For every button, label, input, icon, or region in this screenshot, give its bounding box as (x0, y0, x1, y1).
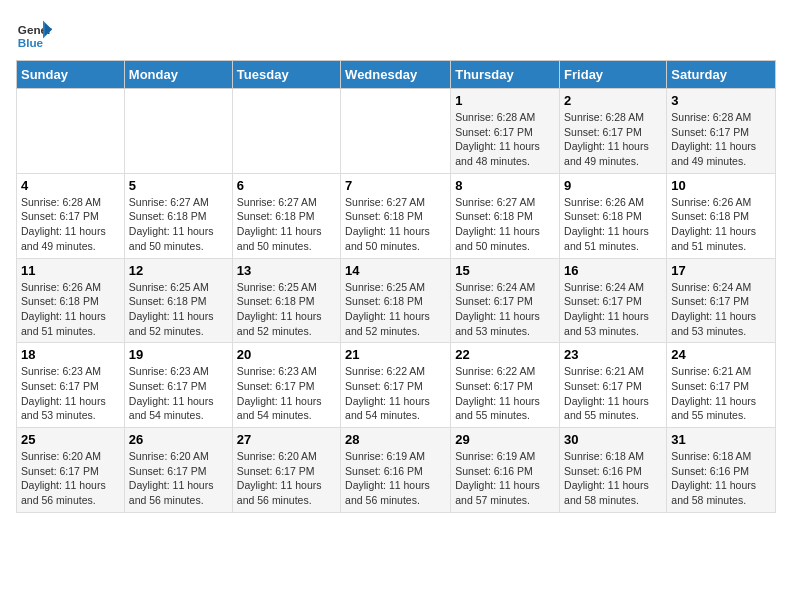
table-cell: 18Sunrise: 6:23 AM Sunset: 6:17 PM Dayli… (17, 343, 125, 428)
header-wednesday: Wednesday (341, 61, 451, 89)
day-number: 19 (129, 347, 228, 362)
table-cell (17, 89, 125, 174)
day-info: Sunrise: 6:19 AM Sunset: 6:16 PM Dayligh… (345, 449, 446, 508)
day-info: Sunrise: 6:18 AM Sunset: 6:16 PM Dayligh… (671, 449, 771, 508)
table-cell (124, 89, 232, 174)
day-info: Sunrise: 6:28 AM Sunset: 6:17 PM Dayligh… (671, 110, 771, 169)
week-row-4: 18Sunrise: 6:23 AM Sunset: 6:17 PM Dayli… (17, 343, 776, 428)
table-cell: 2Sunrise: 6:28 AM Sunset: 6:17 PM Daylig… (560, 89, 667, 174)
day-info: Sunrise: 6:27 AM Sunset: 6:18 PM Dayligh… (345, 195, 446, 254)
day-number: 22 (455, 347, 555, 362)
table-cell: 22Sunrise: 6:22 AM Sunset: 6:17 PM Dayli… (451, 343, 560, 428)
header-friday: Friday (560, 61, 667, 89)
day-info: Sunrise: 6:28 AM Sunset: 6:17 PM Dayligh… (21, 195, 120, 254)
day-info: Sunrise: 6:23 AM Sunset: 6:17 PM Dayligh… (129, 364, 228, 423)
day-info: Sunrise: 6:26 AM Sunset: 6:18 PM Dayligh… (564, 195, 662, 254)
table-cell: 23Sunrise: 6:21 AM Sunset: 6:17 PM Dayli… (560, 343, 667, 428)
table-cell: 14Sunrise: 6:25 AM Sunset: 6:18 PM Dayli… (341, 258, 451, 343)
week-row-3: 11Sunrise: 6:26 AM Sunset: 6:18 PM Dayli… (17, 258, 776, 343)
table-cell: 3Sunrise: 6:28 AM Sunset: 6:17 PM Daylig… (667, 89, 776, 174)
header-tuesday: Tuesday (232, 61, 340, 89)
table-cell: 19Sunrise: 6:23 AM Sunset: 6:17 PM Dayli… (124, 343, 232, 428)
day-number: 29 (455, 432, 555, 447)
table-cell: 27Sunrise: 6:20 AM Sunset: 6:17 PM Dayli… (232, 428, 340, 513)
table-cell: 11Sunrise: 6:26 AM Sunset: 6:18 PM Dayli… (17, 258, 125, 343)
logo-icon: General Blue (16, 16, 52, 52)
table-cell: 29Sunrise: 6:19 AM Sunset: 6:16 PM Dayli… (451, 428, 560, 513)
table-cell (232, 89, 340, 174)
day-info: Sunrise: 6:27 AM Sunset: 6:18 PM Dayligh… (129, 195, 228, 254)
table-cell: 10Sunrise: 6:26 AM Sunset: 6:18 PM Dayli… (667, 173, 776, 258)
day-number: 7 (345, 178, 446, 193)
day-info: Sunrise: 6:18 AM Sunset: 6:16 PM Dayligh… (564, 449, 662, 508)
day-info: Sunrise: 6:24 AM Sunset: 6:17 PM Dayligh… (455, 280, 555, 339)
table-cell: 17Sunrise: 6:24 AM Sunset: 6:17 PM Dayli… (667, 258, 776, 343)
day-number: 12 (129, 263, 228, 278)
day-info: Sunrise: 6:28 AM Sunset: 6:17 PM Dayligh… (564, 110, 662, 169)
day-number: 5 (129, 178, 228, 193)
day-number: 17 (671, 263, 771, 278)
day-number: 24 (671, 347, 771, 362)
day-info: Sunrise: 6:22 AM Sunset: 6:17 PM Dayligh… (345, 364, 446, 423)
header-thursday: Thursday (451, 61, 560, 89)
table-cell: 15Sunrise: 6:24 AM Sunset: 6:17 PM Dayli… (451, 258, 560, 343)
day-info: Sunrise: 6:20 AM Sunset: 6:17 PM Dayligh… (129, 449, 228, 508)
table-cell (341, 89, 451, 174)
day-number: 16 (564, 263, 662, 278)
table-cell: 16Sunrise: 6:24 AM Sunset: 6:17 PM Dayli… (560, 258, 667, 343)
day-number: 6 (237, 178, 336, 193)
day-number: 15 (455, 263, 555, 278)
day-info: Sunrise: 6:25 AM Sunset: 6:18 PM Dayligh… (237, 280, 336, 339)
calendar-body: 1Sunrise: 6:28 AM Sunset: 6:17 PM Daylig… (17, 89, 776, 513)
table-cell: 5Sunrise: 6:27 AM Sunset: 6:18 PM Daylig… (124, 173, 232, 258)
day-number: 25 (21, 432, 120, 447)
day-info: Sunrise: 6:26 AM Sunset: 6:18 PM Dayligh… (21, 280, 120, 339)
day-info: Sunrise: 6:25 AM Sunset: 6:18 PM Dayligh… (345, 280, 446, 339)
day-number: 26 (129, 432, 228, 447)
day-number: 27 (237, 432, 336, 447)
table-cell: 1Sunrise: 6:28 AM Sunset: 6:17 PM Daylig… (451, 89, 560, 174)
table-cell: 6Sunrise: 6:27 AM Sunset: 6:18 PM Daylig… (232, 173, 340, 258)
table-cell: 8Sunrise: 6:27 AM Sunset: 6:18 PM Daylig… (451, 173, 560, 258)
day-info: Sunrise: 6:23 AM Sunset: 6:17 PM Dayligh… (237, 364, 336, 423)
calendar-table: SundayMondayTuesdayWednesdayThursdayFrid… (16, 60, 776, 513)
day-number: 9 (564, 178, 662, 193)
day-info: Sunrise: 6:24 AM Sunset: 6:17 PM Dayligh… (564, 280, 662, 339)
calendar-header: SundayMondayTuesdayWednesdayThursdayFrid… (17, 61, 776, 89)
svg-text:Blue: Blue (18, 36, 44, 49)
header-monday: Monday (124, 61, 232, 89)
day-number: 4 (21, 178, 120, 193)
day-number: 23 (564, 347, 662, 362)
day-info: Sunrise: 6:21 AM Sunset: 6:17 PM Dayligh… (671, 364, 771, 423)
day-info: Sunrise: 6:26 AM Sunset: 6:18 PM Dayligh… (671, 195, 771, 254)
week-row-5: 25Sunrise: 6:20 AM Sunset: 6:17 PM Dayli… (17, 428, 776, 513)
day-number: 2 (564, 93, 662, 108)
day-number: 8 (455, 178, 555, 193)
day-info: Sunrise: 6:20 AM Sunset: 6:17 PM Dayligh… (237, 449, 336, 508)
day-info: Sunrise: 6:27 AM Sunset: 6:18 PM Dayligh… (455, 195, 555, 254)
day-info: Sunrise: 6:27 AM Sunset: 6:18 PM Dayligh… (237, 195, 336, 254)
table-cell: 13Sunrise: 6:25 AM Sunset: 6:18 PM Dayli… (232, 258, 340, 343)
day-number: 30 (564, 432, 662, 447)
day-info: Sunrise: 6:24 AM Sunset: 6:17 PM Dayligh… (671, 280, 771, 339)
header-row: SundayMondayTuesdayWednesdayThursdayFrid… (17, 61, 776, 89)
table-cell: 30Sunrise: 6:18 AM Sunset: 6:16 PM Dayli… (560, 428, 667, 513)
day-info: Sunrise: 6:28 AM Sunset: 6:17 PM Dayligh… (455, 110, 555, 169)
week-row-1: 1Sunrise: 6:28 AM Sunset: 6:17 PM Daylig… (17, 89, 776, 174)
logo: General Blue (16, 16, 52, 52)
table-cell: 21Sunrise: 6:22 AM Sunset: 6:17 PM Dayli… (341, 343, 451, 428)
week-row-2: 4Sunrise: 6:28 AM Sunset: 6:17 PM Daylig… (17, 173, 776, 258)
day-number: 3 (671, 93, 771, 108)
day-info: Sunrise: 6:21 AM Sunset: 6:17 PM Dayligh… (564, 364, 662, 423)
table-cell: 25Sunrise: 6:20 AM Sunset: 6:17 PM Dayli… (17, 428, 125, 513)
day-info: Sunrise: 6:25 AM Sunset: 6:18 PM Dayligh… (129, 280, 228, 339)
day-number: 13 (237, 263, 336, 278)
day-info: Sunrise: 6:23 AM Sunset: 6:17 PM Dayligh… (21, 364, 120, 423)
day-number: 10 (671, 178, 771, 193)
day-number: 14 (345, 263, 446, 278)
table-cell: 31Sunrise: 6:18 AM Sunset: 6:16 PM Dayli… (667, 428, 776, 513)
table-cell: 24Sunrise: 6:21 AM Sunset: 6:17 PM Dayli… (667, 343, 776, 428)
day-number: 20 (237, 347, 336, 362)
header-sunday: Sunday (17, 61, 125, 89)
header-saturday: Saturday (667, 61, 776, 89)
